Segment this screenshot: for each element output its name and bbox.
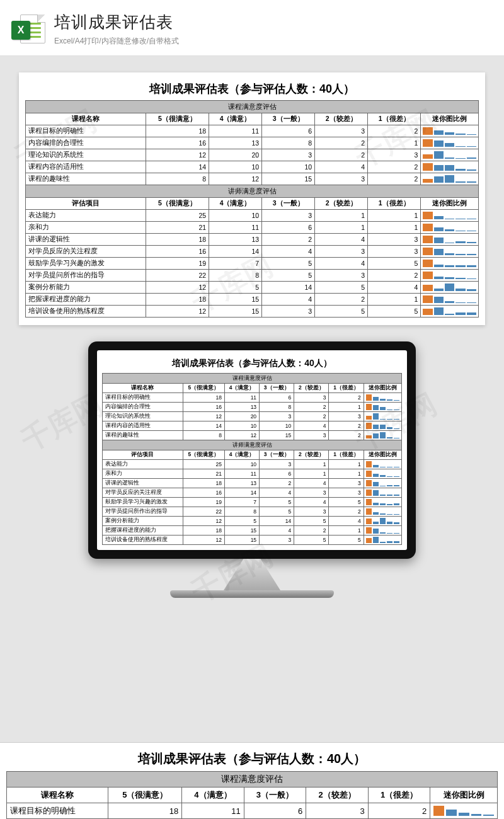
table-row: 鼓励学员学习兴趣的激发197545 — [103, 498, 402, 507]
cell-value: 5 — [329, 498, 364, 507]
evaluation-table-small: 课程满意度评估课程名称5（很满意）4（满意）3（一般）2（较差）1（很差）迷你图… — [102, 373, 402, 545]
section-header: 课程满意度评估 — [26, 101, 479, 113]
cell-value: 20 — [209, 149, 262, 161]
cell-name: 案例分析能力 — [26, 282, 146, 294]
cell-value: 18 — [146, 294, 209, 306]
cell-spark — [364, 403, 401, 412]
cell-value: 8 — [209, 270, 262, 282]
cell-value: 3 — [329, 479, 364, 488]
table-row: 亲和力2111611 — [26, 222, 479, 234]
cell-value: 6 — [262, 125, 315, 137]
sparkline — [366, 413, 399, 420]
cell-spark — [430, 803, 498, 819]
cell-value: 4 — [368, 282, 421, 294]
cell-value: 7 — [224, 498, 259, 507]
sparkline — [423, 127, 476, 135]
cell-value: 3 — [368, 234, 421, 246]
cell-value: 2 — [260, 479, 294, 488]
table-row: 理论知识的系统性1220323 — [103, 412, 402, 421]
cell-value: 3 — [306, 803, 369, 819]
table-header-row: 课程名称5（很满意）4（满意）3（一般）2（较差）1（很差）迷你图比例 — [7, 788, 498, 803]
cell-name: 鼓励学员学习兴趣的激发 — [103, 498, 183, 507]
monitor-base — [170, 590, 334, 598]
table-row: 表达能力2510311 — [26, 210, 479, 222]
cell-spark — [364, 498, 401, 507]
cell-value: 5 — [262, 258, 315, 270]
cell-value: 2 — [294, 403, 329, 412]
table-header-row: 评估项目5（很满意）4（满意）3（一般）2（较差）1（很差）迷你图比例 — [103, 450, 402, 460]
col-4: 4（满意） — [224, 384, 259, 393]
cell-spark — [421, 306, 479, 318]
cell-value: 12 — [146, 282, 209, 294]
sheet-title: 培训成果评估表（参与评估人数：40人） — [25, 79, 479, 100]
cell-spark — [364, 517, 401, 526]
cell-value: 20 — [224, 412, 259, 421]
cell-value: 3 — [294, 431, 329, 440]
sparkline — [433, 806, 494, 816]
col-1: 1（很差） — [368, 198, 421, 210]
cell-value: 16 — [146, 246, 209, 258]
evaluation-table: 课程满意度评估课程名称5（很满意）4（满意）3（一般）2（较差）1（很差）迷你图… — [25, 100, 479, 318]
table-row: 课程的趣味性8121532 — [103, 431, 402, 440]
cell-value: 19 — [146, 258, 209, 270]
cell-name: 鼓励学员学习兴趣的激发 — [26, 258, 146, 270]
col-1: 1（很差） — [329, 450, 364, 460]
section-header: 讲师满意度评估 — [103, 440, 402, 450]
cell-name: 内容编排的合理性 — [103, 403, 183, 412]
cell-spark — [364, 536, 401, 545]
cell-value: 6 — [260, 469, 294, 479]
page-header: X 培训成果评估表 Excel/A4打印/内容随意修改/自带格式 — [0, 0, 504, 56]
cell-value: 3 — [260, 460, 294, 469]
col-1: 1（很差） — [368, 788, 430, 803]
cell-name: 讲课的逻辑性 — [26, 234, 146, 246]
cell-value: 2 — [368, 125, 421, 137]
cell-value: 2 — [329, 431, 364, 440]
cell-value: 10 — [260, 421, 294, 431]
cell-value: 21 — [183, 469, 224, 479]
cell-value: 3 — [260, 412, 294, 421]
table-row: 对学员反应的关注程度1614433 — [103, 488, 402, 498]
cell-value: 2 — [294, 412, 329, 421]
cell-value: 2 — [315, 137, 368, 149]
table-body-bottom: 课程满意度评估课程名称5（很满意）4（满意）3（一般）2（较差）1（很差）迷你图… — [7, 772, 498, 819]
table-row: 课程目标的明确性1811632 — [26, 125, 479, 137]
cell-name: 理论知识的系统性 — [103, 412, 183, 421]
cell-value: 1 — [329, 403, 364, 412]
table-row: 培训设备使用的熟练程度1215355 — [26, 306, 479, 318]
cell-value: 8 — [146, 173, 209, 185]
sparkline — [366, 432, 399, 438]
cell-value: 10 — [224, 421, 259, 431]
cell-value: 22 — [146, 270, 209, 282]
cell-value: 4 — [294, 479, 329, 488]
cell-spark — [364, 431, 401, 440]
sparkline — [366, 537, 399, 543]
col-2: 2（较差） — [315, 113, 368, 125]
sparkline — [423, 163, 476, 171]
cell-value: 2 — [368, 161, 421, 173]
sparkline — [423, 284, 476, 291]
table-row: 对学员提问所作出的指导228532 — [103, 507, 402, 517]
col-5: 5（很满意） — [108, 788, 182, 803]
col-2: 2（较差） — [294, 450, 329, 460]
sparkline — [366, 490, 399, 496]
cell-value: 3 — [315, 246, 368, 258]
cell-value: 3 — [368, 246, 421, 258]
cell-value: 1 — [329, 526, 364, 536]
cell-value: 15 — [260, 431, 294, 440]
cell-value: 5 — [294, 517, 329, 526]
monitor-stand — [224, 559, 280, 590]
cell-value: 14 — [209, 246, 262, 258]
cell-value: 5 — [329, 536, 364, 545]
cell-value: 5 — [260, 507, 294, 517]
col-4: 4（满意） — [182, 788, 244, 803]
col-5: 5（很满意） — [146, 198, 209, 210]
col-3: 3（一般） — [244, 788, 306, 803]
section-header: 课程满意度评估 — [103, 374, 402, 384]
cell-value: 7 — [209, 258, 262, 270]
table-row: 表达能力2510311 — [103, 460, 402, 469]
cell-name: 讲课的逻辑性 — [103, 479, 183, 488]
cell-value: 13 — [209, 137, 262, 149]
col-name: 评估项目 — [26, 198, 146, 210]
cell-value: 6 — [262, 222, 315, 234]
col-4: 4（满意） — [209, 198, 262, 210]
